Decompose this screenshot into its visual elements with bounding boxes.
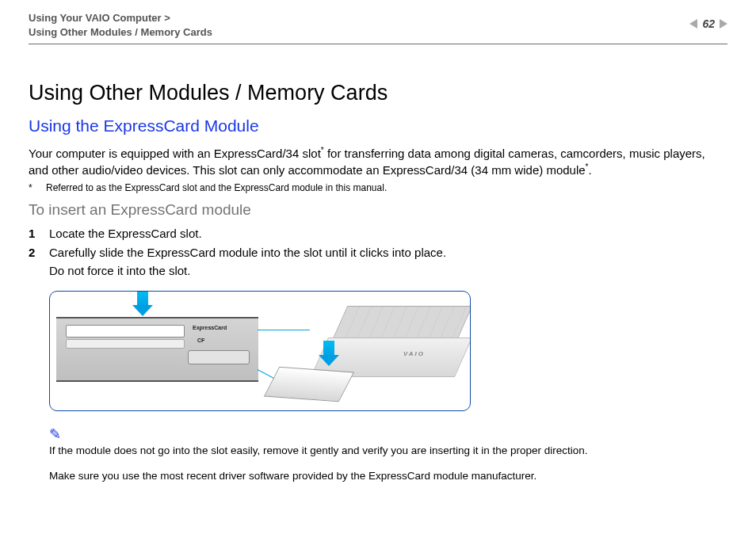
step-text: Carefully slide the ExpressCard module i… xyxy=(49,244,446,280)
step-item: 2 Carefully slide the ExpressCard module… xyxy=(29,244,727,280)
insert-arrow-icon xyxy=(319,341,339,366)
footnote-text: Referred to as the ExpressCard slot and … xyxy=(46,182,387,193)
next-page-icon[interactable] xyxy=(720,19,727,29)
step-item: 1 Locate the ExpressCard slot. xyxy=(29,225,727,243)
footnote: *Referred to as the ExpressCard slot and… xyxy=(29,182,727,193)
breadcrumb-line2: Using Other Modules / Memory Cards xyxy=(29,26,212,38)
page-header: Using Your VAIO Computer > Using Other M… xyxy=(29,11,727,44)
steps-list: 1 Locate the ExpressCard slot. 2 Careful… xyxy=(29,225,727,280)
page-number: 62 xyxy=(702,17,715,30)
section-title: Using the ExpressCard Module xyxy=(29,116,727,135)
expresscard-figure: ExpressCard CF VAIO xyxy=(49,291,471,411)
step-text-line1: Carefully slide the ExpressCard module i… xyxy=(49,246,446,259)
device-side-view: ExpressCard CF xyxy=(56,317,258,382)
note-icon: ✎ xyxy=(49,424,61,444)
figure-container: ExpressCard CF VAIO xyxy=(49,291,727,411)
intro-paragraph: Your computer is equipped with an Expres… xyxy=(29,145,727,179)
breadcrumb-separator: > xyxy=(164,12,170,24)
breadcrumb: Using Your VAIO Computer > Using Other M… xyxy=(29,11,212,39)
cf-slot-graphic xyxy=(66,339,185,349)
media-buttons-graphic xyxy=(188,350,250,364)
note-text-2: Make sure you use the most recent driver… xyxy=(49,468,727,484)
cf-label: CF xyxy=(197,338,204,343)
note-block: ✎ If the module does not go into the slo… xyxy=(49,422,727,459)
expresscard-label: ExpressCard xyxy=(193,325,227,330)
subsection-title: To insert an ExpressCard module xyxy=(29,201,727,219)
breadcrumb-line1: Using Your VAIO Computer xyxy=(29,12,162,24)
step-text: Locate the ExpressCard slot. xyxy=(49,225,202,243)
note-text-1: If the module does not go into the slot … xyxy=(49,444,588,456)
pager: 62 xyxy=(689,11,727,30)
brand-label: VAIO xyxy=(403,350,425,357)
step-number: 1 xyxy=(29,225,49,243)
prev-page-icon[interactable] xyxy=(689,19,697,29)
expresscard-slot-graphic xyxy=(66,325,185,338)
step-number: 2 xyxy=(29,244,49,280)
intro-part3: . xyxy=(589,163,592,177)
footnote-marker: * xyxy=(29,182,46,193)
step-text-line2: Do not force it into the slot. xyxy=(49,264,190,277)
keyboard-graphic xyxy=(333,306,471,339)
intro-part1: Your computer is equipped with an Expres… xyxy=(29,147,321,160)
expresscard-module-graphic xyxy=(264,367,354,402)
leader-line xyxy=(258,330,310,330)
page-title: Using Other Modules / Memory Cards xyxy=(29,81,727,105)
insert-arrow-icon xyxy=(132,291,153,316)
